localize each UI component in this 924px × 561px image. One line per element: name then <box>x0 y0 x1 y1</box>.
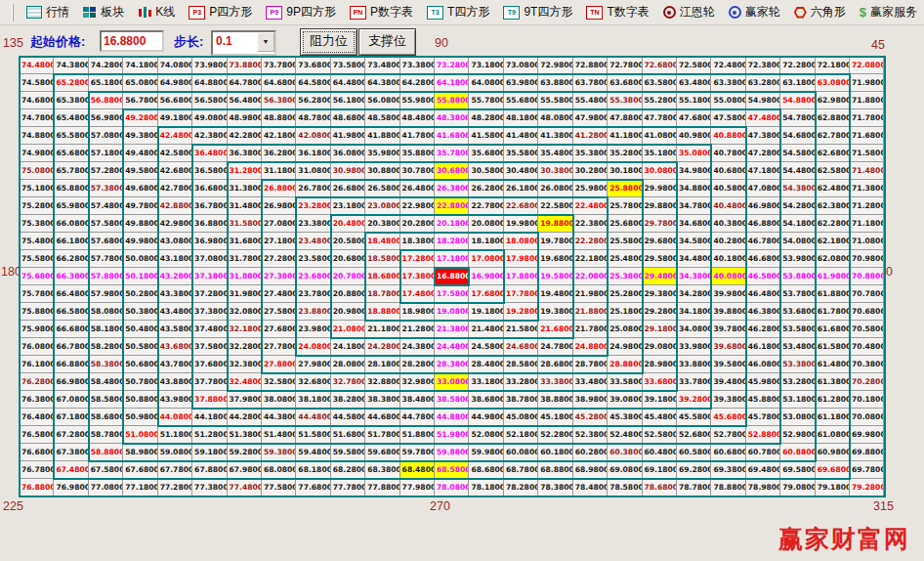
price-cell-77.6800[interactable]: 77.6800(609 <box>296 479 330 496</box>
price-cell-31.4800[interactable]: 31.4800(147 <box>228 197 262 215</box>
price-cell-20.7800[interactable]: 20.7800(40 <box>331 268 365 285</box>
price-cell-71.1800[interactable]: 71.1800(544 <box>850 215 884 233</box>
price-cell-50.9800[interactable]: 50.9800(342 <box>123 409 157 426</box>
price-cell-54.6800[interactable]: 54.6800(379 <box>780 127 815 145</box>
price-cell-54.7800[interactable]: 54.7800(380 <box>780 109 815 127</box>
price-cell-22.3800[interactable]: 22.3800(56 <box>573 215 608 233</box>
price-cell-16.8800[interactable]: 16.8800(1 <box>435 268 469 285</box>
price-cell-59.4800[interactable]: 59.4800(427 <box>296 444 330 461</box>
price-cell-45.7800[interactable]: 45.7800(290 <box>746 409 780 426</box>
price-cell-59.2800[interactable]: 59.2800(425 <box>228 444 262 461</box>
price-cell-77.9800[interactable]: 77.9800(612 <box>400 479 435 496</box>
price-cell-79.0800[interactable]: 79.0800(623 <box>780 479 815 496</box>
price-cell-60.5800[interactable]: 60.5800(438 <box>677 444 711 461</box>
price-cell-51.9800[interactable]: 51.9800(352 <box>435 426 469 444</box>
price-cell-47.5800[interactable]: 47.5800(308 <box>711 109 745 127</box>
price-cell-72.8800[interactable]: 72.8800(561 <box>573 57 608 74</box>
price-cell-35.6800[interactable]: 35.6800(189 <box>469 145 503 162</box>
price-cell-18.5800[interactable]: 18.5800(18 <box>365 250 399 268</box>
price-cell-53.1800[interactable]: 53.1800(364 <box>780 391 815 409</box>
price-cell-43.0800[interactable]: 43.0800(263 <box>158 233 192 250</box>
price-cell-58.4800[interactable]: 58.4800(417 <box>89 373 123 391</box>
price-cell-67.5800[interactable]: 67.5800(508 <box>89 461 123 479</box>
price-cell-34.8800[interactable]: 34.8800(181 <box>677 180 711 197</box>
price-cell-30.7800[interactable]: 30.7800(140 <box>400 162 435 180</box>
price-cell-51.5800[interactable]: 51.5800(348 <box>296 426 330 444</box>
price-cell-66.6800[interactable]: 66.6800(499 <box>54 321 88 338</box>
price-cell-19.9800[interactable]: 19.9800(32 <box>504 215 538 233</box>
price-cell-51.7800[interactable]: 51.7800(350 <box>365 426 399 444</box>
price-cell-58.0800[interactable]: 58.0800(413 <box>89 303 123 321</box>
price-cell-72.1800[interactable]: 72.1800(554 <box>816 57 850 74</box>
price-cell-61.9800[interactable]: 61.9800(452 <box>816 268 850 285</box>
price-cell-64.5800[interactable]: 64.5800(478 <box>296 74 330 92</box>
price-cell-27.1800[interactable]: 27.1800(104 <box>262 233 296 250</box>
price-cell-76.6800[interactable]: 76.6800(599 <box>20 444 54 461</box>
price-cell-46.6800[interactable]: 46.6800(299 <box>746 250 780 268</box>
price-cell-31.2800[interactable]: 31.2800(145 <box>228 162 262 180</box>
price-cell-21.7800[interactable]: 21.7800(50 <box>573 321 608 338</box>
price-cell-32.5800[interactable]: 32.5800(158 <box>262 373 296 391</box>
price-cell-47.6800[interactable]: 47.6800(309 <box>677 109 711 127</box>
price-cell-48.8800[interactable]: 48.8800(321 <box>262 109 296 127</box>
price-cell-17.2800[interactable]: 17.2800(5 <box>400 250 435 268</box>
price-cell-76.0800[interactable]: 76.0800(593 <box>20 338 54 356</box>
price-cell-23.7800[interactable]: 23.7800(70 <box>296 285 330 303</box>
price-cell-42.1800[interactable]: 42.1800(254 <box>262 127 296 145</box>
price-cell-31.3800[interactable]: 31.3800(146 <box>228 180 262 197</box>
price-cell-28.4800[interactable]: 28.4800(117 <box>469 356 503 373</box>
price-cell-33.5800[interactable]: 33.5800(168 <box>608 373 642 391</box>
price-cell-68.7800[interactable]: 68.7800(520 <box>504 461 538 479</box>
price-cell-52.6800[interactable]: 52.6800(359 <box>677 426 711 444</box>
price-cell-39.7800[interactable]: 39.7800(230 <box>711 321 745 338</box>
price-cell-46.7800[interactable]: 46.7800(300 <box>746 233 780 250</box>
price-cell-20.6800[interactable]: 20.6800(39 <box>331 250 365 268</box>
price-cell-34.7800[interactable]: 34.7800(180 <box>677 197 711 215</box>
price-cell-68.3800[interactable]: 68.3800(516 <box>365 461 399 479</box>
price-cell-74.7800[interactable]: 74.7800(580 <box>20 109 54 127</box>
price-cell-36.9800[interactable]: 36.9800(202 <box>192 233 227 250</box>
price-cell-26.4800[interactable]: 26.4800(97 <box>400 180 435 197</box>
price-cell-23.0800[interactable]: 23.0800(63 <box>365 197 399 215</box>
price-cell-34.6800[interactable]: 34.6800(179 <box>677 215 711 233</box>
price-cell-61.2800[interactable]: 61.2800(445 <box>816 391 850 409</box>
price-cell-77.7800[interactable]: 77.7800(610 <box>331 479 365 496</box>
price-cell-65.7800[interactable]: 65.7800(490 <box>54 162 88 180</box>
price-cell-77.4800[interactable]: 77.4800(607 <box>228 479 262 496</box>
price-cell-37.0800[interactable]: 37.0800(203 <box>192 250 227 268</box>
price-cell-41.8800[interactable]: 41.8800(251 <box>365 127 399 145</box>
price-cell-17.5800[interactable]: 17.5800(8 <box>435 285 469 303</box>
price-cell-37.2800[interactable]: 37.2800(205 <box>192 285 227 303</box>
price-cell-68.2800[interactable]: 68.2800(515 <box>331 461 365 479</box>
price-cell-45.9800[interactable]: 45.9800(292 <box>746 373 780 391</box>
price-cell-44.3800[interactable]: 44.3800(276 <box>262 409 296 426</box>
price-cell-41.4800[interactable]: 41.4800(247 <box>504 127 538 145</box>
price-cell-69.7800[interactable]: 69.7800(530 <box>850 461 884 479</box>
price-cell-51.4800[interactable]: 51.4800(347 <box>262 426 296 444</box>
price-cell-50.3800[interactable]: 50.3800(336 <box>123 303 157 321</box>
price-cell-26.6800[interactable]: 26.6800(99 <box>331 180 365 197</box>
price-cell-70.4800[interactable]: 70.4800(537 <box>850 338 884 356</box>
price-cell-57.2800[interactable]: 57.2800(405 <box>89 162 123 180</box>
price-cell-59.7800[interactable]: 59.7800(430 <box>400 444 435 461</box>
price-cell-72.6800[interactable]: 72.6800(559 <box>643 57 677 74</box>
price-cell-44.1800[interactable]: 44.1800(274 <box>192 409 227 426</box>
price-cell-40.2800[interactable]: 40.2800(235 <box>711 233 745 250</box>
price-cell-20.8800[interactable]: 20.8800(41 <box>331 285 365 303</box>
price-cell-57.9800[interactable]: 57.9800(412 <box>89 285 123 303</box>
price-cell-57.5800[interactable]: 57.5800(408 <box>89 215 123 233</box>
price-cell-49.4800[interactable]: 49.4800(327 <box>123 145 157 162</box>
price-cell-25.4800[interactable]: 25.4800(87 <box>608 250 642 268</box>
price-cell-72.0800[interactable]: 72.0800(553 <box>850 57 884 74</box>
price-cell-18.1800[interactable]: 18.1800(14 <box>469 233 503 250</box>
price-cell-72.9800[interactable]: 72.9800(562 <box>538 57 572 74</box>
price-cell-28.3800[interactable]: 28.3800(116 <box>435 356 469 373</box>
price-cell-65.4800[interactable]: 65.4800(487 <box>54 109 88 127</box>
price-cell-66.3800[interactable]: 66.3800(496 <box>54 268 88 285</box>
price-cell-39.6800[interactable]: 39.6800(229 <box>711 338 745 356</box>
price-cell-39.3800[interactable]: 39.3800(226 <box>711 391 745 409</box>
price-cell-49.0800[interactable]: 49.0800(323 <box>192 109 227 127</box>
price-cell-68.4800[interactable]: 68.4800(517 <box>400 461 435 479</box>
price-cell-64.9800[interactable]: 64.9800(482 <box>158 74 192 92</box>
price-cell-33.1800[interactable]: 33.1800(164 <box>469 373 503 391</box>
